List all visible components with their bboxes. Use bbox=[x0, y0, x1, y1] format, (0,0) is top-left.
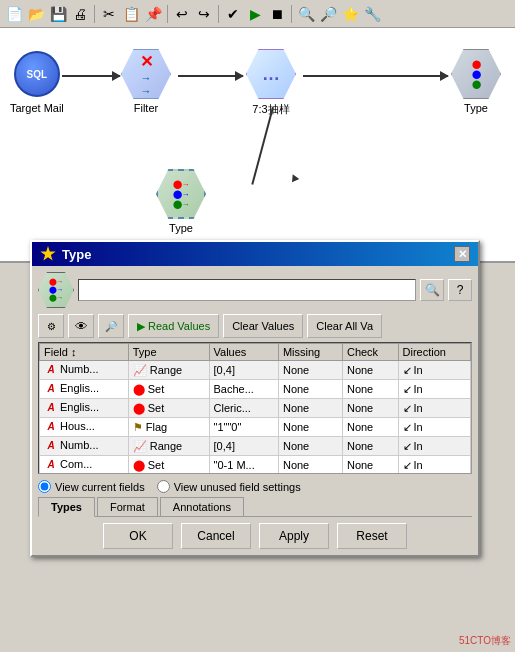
apply-button[interactable]: Apply bbox=[259, 523, 329, 549]
field-type-a-icon: A bbox=[44, 363, 58, 377]
clear-all-button[interactable]: Clear All Va bbox=[307, 314, 382, 338]
view-unused-input[interactable] bbox=[157, 480, 170, 493]
cell-values: Bache... bbox=[209, 380, 278, 399]
search-button[interactable]: 🔍 bbox=[420, 279, 444, 301]
view-current-input[interactable] bbox=[38, 480, 51, 493]
new-icon[interactable]: 📄 bbox=[4, 4, 24, 24]
view-toggle-button[interactable]: 👁 bbox=[68, 314, 94, 338]
field-type-a-icon: A bbox=[44, 439, 58, 453]
cell-field: ACom... bbox=[40, 456, 129, 474]
in-arrow-icon: ↙ bbox=[403, 440, 412, 453]
cell-field: ANumb... bbox=[40, 361, 129, 380]
tool-buttons-row: ⚙ 👁 🔎 ▶ Read Values Clear Values Clear A… bbox=[38, 314, 472, 338]
cell-check: None bbox=[342, 361, 398, 380]
view-options-row: View current fields View unused field se… bbox=[38, 480, 472, 493]
clear-values-button[interactable]: Clear Values bbox=[223, 314, 303, 338]
tab-types[interactable]: Types bbox=[38, 497, 95, 517]
read-values-icon: ▶ bbox=[137, 320, 145, 333]
cell-direction[interactable]: ↙ In bbox=[398, 399, 471, 418]
cell-missing: None bbox=[278, 418, 342, 437]
settings-icon[interactable]: 🔧 bbox=[362, 4, 382, 24]
cell-direction[interactable]: ↙ In bbox=[398, 437, 471, 456]
check-icon[interactable]: ✔ bbox=[223, 4, 243, 24]
field-settings-button[interactable]: ⚙ bbox=[38, 314, 64, 338]
col-check[interactable]: Check bbox=[342, 344, 398, 361]
dialog-title-icon bbox=[40, 246, 56, 262]
field-type-a-icon: A bbox=[44, 420, 58, 434]
table-scroll-area[interactable]: Field ↕ Type Values Missing Check Direct… bbox=[39, 343, 471, 473]
help-button[interactable]: ? bbox=[448, 279, 472, 301]
field-type-a-icon: A bbox=[44, 401, 58, 415]
search-input[interactable] bbox=[78, 279, 416, 301]
direction-in: ↙ In bbox=[403, 421, 423, 434]
node-type1[interactable]: ⬤ ⬤ ⬤ Type bbox=[450, 48, 502, 114]
zoom-out-icon[interactable]: 🔎 bbox=[318, 4, 338, 24]
col-type[interactable]: Type bbox=[128, 344, 209, 361]
cell-values: "0-1 M... bbox=[209, 456, 278, 474]
type-set-icon: ⬤ bbox=[133, 383, 145, 395]
col-direction[interactable]: Direction bbox=[398, 344, 471, 361]
view-current-label: View current fields bbox=[55, 481, 145, 493]
read-values-button[interactable]: ▶ Read Values bbox=[128, 314, 219, 338]
table-row[interactable]: AEnglis... ⬤ Set Bache... None None ↙ In bbox=[40, 380, 471, 399]
node-filter[interactable]: ✕ → → Filter bbox=[120, 48, 172, 114]
table-row[interactable]: ACom... ⬤ Set "0-1 M... None None ↙ In bbox=[40, 456, 471, 474]
tabs-row: Types Format Annotations bbox=[38, 497, 472, 517]
table-row[interactable]: ANumb... 📈 Range [0,4] None None ↙ In bbox=[40, 437, 471, 456]
table-row[interactable]: ANumb... 📈 Range [0,4] None None ↙ In bbox=[40, 361, 471, 380]
run-icon[interactable]: ▶ bbox=[245, 4, 265, 24]
ok-button[interactable]: OK bbox=[103, 523, 173, 549]
type-flag-icon: ⚑ bbox=[133, 421, 143, 433]
cell-direction[interactable]: ↙ In bbox=[398, 380, 471, 399]
star-icon[interactable]: ⭐ bbox=[340, 4, 360, 24]
undo-icon[interactable]: ↩ bbox=[172, 4, 192, 24]
filter-button[interactable]: 🔎 bbox=[98, 314, 124, 338]
cell-field: AEnglis... bbox=[40, 399, 129, 418]
table-row[interactable]: AHous... ⚑ Flag "1""0" None None ↙ In bbox=[40, 418, 471, 437]
cell-direction[interactable]: ↙ In bbox=[398, 361, 471, 380]
dialog-close-button[interactable]: ✕ bbox=[454, 246, 470, 262]
tab-annotations[interactable]: Annotations bbox=[160, 497, 244, 516]
type1-hex-icon: ⬤ ⬤ ⬤ bbox=[451, 49, 501, 99]
paste-icon[interactable]: 📌 bbox=[143, 4, 163, 24]
cut-icon[interactable]: ✂ bbox=[99, 4, 119, 24]
col-values[interactable]: Values bbox=[209, 344, 278, 361]
view-unused-label: View unused field settings bbox=[174, 481, 301, 493]
table-row[interactable]: AEnglis... ⬤ Set Cleric... None None ↙ I… bbox=[40, 399, 471, 418]
sep2 bbox=[167, 5, 168, 23]
field-type-a-icon: A bbox=[44, 382, 58, 396]
direction-in-label: In bbox=[414, 421, 423, 433]
cell-direction[interactable]: ↙ In bbox=[398, 456, 471, 474]
zoom-in-icon[interactable]: 🔍 bbox=[296, 4, 316, 24]
in-arrow-icon: ↙ bbox=[403, 383, 412, 396]
tab-format[interactable]: Format bbox=[97, 497, 158, 516]
cell-field: AHous... bbox=[40, 418, 129, 437]
node-target-mail[interactable]: SQL Target Mail bbox=[10, 48, 64, 114]
copy-icon[interactable]: 📋 bbox=[121, 4, 141, 24]
redo-icon[interactable]: ↪ bbox=[194, 4, 214, 24]
save-icon[interactable]: 💾 bbox=[48, 4, 68, 24]
arrow-1 bbox=[62, 75, 120, 77]
cell-missing: None bbox=[278, 399, 342, 418]
open-icon[interactable]: 📂 bbox=[26, 4, 46, 24]
cell-missing: None bbox=[278, 380, 342, 399]
node-type2[interactable]: ⬤→ ⬤→ ⬤→ Type bbox=[155, 168, 207, 234]
view-current-radio[interactable]: View current fields bbox=[38, 480, 145, 493]
cell-direction[interactable]: ↙ In bbox=[398, 418, 471, 437]
cell-check: None bbox=[342, 456, 398, 474]
cancel-button[interactable]: Cancel bbox=[181, 523, 251, 549]
sample-hex-icon: … bbox=[246, 49, 296, 99]
print-icon[interactable]: 🖨 bbox=[70, 4, 90, 24]
direction-in: ↙ In bbox=[403, 459, 423, 472]
col-missing[interactable]: Missing bbox=[278, 344, 342, 361]
view-unused-radio[interactable]: View unused field settings bbox=[157, 480, 301, 493]
in-arrow-icon: ↙ bbox=[403, 402, 412, 415]
dialog-titlebar: Type ✕ bbox=[32, 242, 478, 266]
direction-in-label: In bbox=[414, 383, 423, 395]
data-table-wrapper: Field ↕ Type Values Missing Check Direct… bbox=[38, 342, 472, 474]
reset-button[interactable]: Reset bbox=[337, 523, 407, 549]
filter-label: Filter bbox=[134, 102, 158, 114]
pause-icon[interactable]: ⏹ bbox=[267, 4, 287, 24]
col-field[interactable]: Field ↕ bbox=[40, 344, 129, 361]
cell-type: ⬤ Set bbox=[128, 399, 209, 418]
